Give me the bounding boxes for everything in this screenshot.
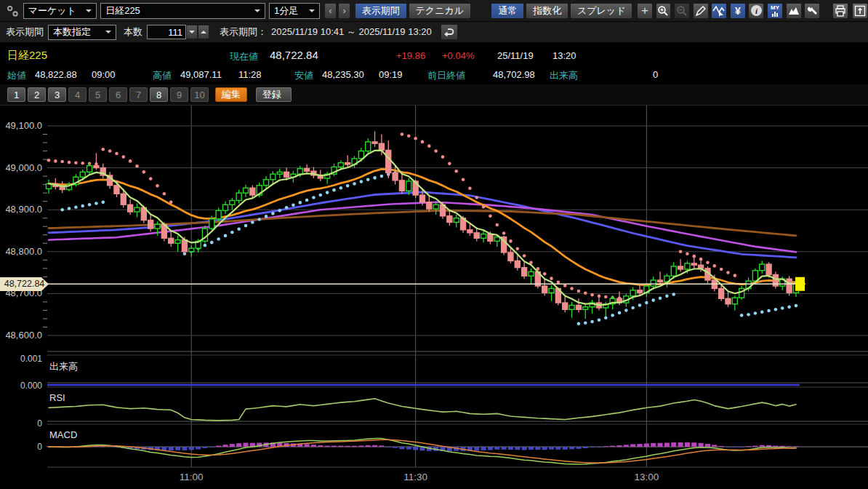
rsi-panel-label: RSI (49, 392, 65, 403)
chevron-down-icon (309, 9, 315, 15)
svg-text:13:00: 13:00 (634, 472, 659, 482)
yen-icon: ¥ (735, 5, 741, 17)
register-button[interactable]: 登録 (256, 87, 292, 102)
edit-label: 編集 (222, 88, 241, 101)
open-label: 始値 (7, 69, 26, 82)
macd-panel-label: MACD (49, 429, 77, 440)
quote-date: 25/11/19 (497, 50, 534, 61)
chart-canvas[interactable]: 49,100.049,000.048,900.048,800.048,700.0… (0, 106, 868, 489)
my-chart-button[interactable]: MY (767, 3, 783, 19)
chevron-down-icon (254, 9, 260, 15)
range-value: 2025/11/19 10:41 ～ 2025/11/19 13:20 (271, 25, 432, 39)
trend-cursor-icon (712, 4, 726, 17)
preset-tab-2[interactable]: 2 (28, 87, 46, 102)
low-value: 48,235.30 (322, 69, 364, 80)
area-chart-button[interactable] (786, 3, 802, 19)
chevron-down-icon (86, 9, 92, 15)
current-price-tag: 48,722.84 (0, 277, 49, 291)
trend-cursor-button[interactable] (711, 3, 727, 19)
high-value: 49,087.11 (180, 69, 222, 80)
spread-mode-button[interactable]: スプレッド (570, 3, 633, 19)
main-toolbar: マーケット 日経225 1分足 ‹ › 表示期間 テクニカル 通常 指数化 スプ… (0, 0, 868, 22)
volume-panel-label: 出来高 (49, 360, 78, 373)
printer-icon (835, 5, 846, 17)
preset-tab-8[interactable]: 8 (150, 87, 168, 102)
market-dropdown[interactable]: マーケット (23, 3, 97, 19)
count-increment-button[interactable] (198, 25, 209, 39)
link-icon[interactable] (6, 4, 19, 18)
zoom-out-icon (676, 5, 688, 17)
popout-button[interactable] (852, 3, 868, 19)
print-button[interactable] (832, 3, 848, 19)
normal-mode-button[interactable]: 通常 (491, 3, 524, 19)
preset-number-tabs: 12345678910 (7, 87, 211, 102)
period-settings-bar: 表示期間 本数指定 本数 表示期間： 2025/11/19 10:41 ～ 20… (0, 22, 868, 42)
zoom-out-button[interactable] (674, 3, 690, 19)
triangle-down-icon (189, 31, 195, 36)
chevron-right-icon: › (342, 5, 345, 16)
scroll-right-button[interactable]: › (338, 3, 350, 19)
market-dropdown-value: マーケット (28, 4, 76, 17)
chart-area: 49,100.049,000.048,900.048,800.048,700.0… (0, 105, 868, 489)
preset-tab-5[interactable]: 5 (89, 87, 107, 102)
count-mode-value: 本数指定 (53, 25, 91, 39)
preset-tab-1[interactable]: 1 (7, 87, 25, 102)
svg-text:48,600.0: 48,600.0 (5, 330, 42, 341)
display-period-button[interactable]: 表示期間 (355, 3, 407, 19)
draw-button[interactable] (693, 3, 709, 19)
settings-button[interactable] (804, 3, 820, 19)
prev-close-value: 48,702.98 (493, 69, 535, 80)
price-change-percent: +0.04% (442, 50, 474, 61)
indexed-label: 指数化 (533, 4, 561, 17)
preset-tab-10[interactable]: 10 (190, 87, 209, 102)
pencil-icon (695, 5, 707, 17)
chevron-left-icon: ‹ (329, 5, 331, 16)
volume-label: 出来高 (550, 69, 578, 82)
preset-tab-4[interactable]: 4 (68, 87, 87, 102)
info-icon: i (751, 5, 762, 16)
edit-button[interactable]: 編集 (215, 87, 247, 102)
area-chart-icon (788, 5, 800, 17)
count-input[interactable] (147, 25, 186, 39)
count-mode-dropdown[interactable]: 本数指定 (48, 25, 116, 40)
range-label: 表示期間： (220, 25, 267, 39)
quote-time: 13:20 (552, 50, 576, 61)
symbol-dropdown[interactable]: 日経225 (100, 3, 265, 19)
reset-period-button[interactable] (441, 24, 458, 40)
chart-preset-tabbar: 12345678910 編集 登録 (0, 84, 868, 105)
preset-tab-7[interactable]: 7 (129, 87, 148, 102)
svg-text:0.001: 0.001 (20, 354, 42, 364)
count-decrement-button[interactable] (186, 25, 198, 39)
info-button[interactable]: i (748, 3, 764, 19)
crosshair-button[interactable]: + (637, 3, 653, 19)
triangle-up-icon (201, 28, 206, 33)
chart-application: マーケット 日経225 1分足 ‹ › 表示期間 テクニカル 通常 指数化 スプ… (0, 0, 868, 489)
technical-label: テクニカル (416, 4, 465, 17)
symbol-title: 日経225 (7, 49, 47, 63)
svg-text:0.000: 0.000 (20, 381, 42, 391)
quote-panel: 日経225 現在値 48,722.84 +19.86 +0.04% 25/11/… (0, 42, 868, 84)
prev-close-label: 前日終値 (427, 69, 465, 82)
low-label: 安値 (294, 69, 313, 82)
count-label: 本数 (124, 25, 142, 39)
crosshair-icon: + (641, 4, 648, 18)
preset-tab-6[interactable]: 6 (109, 87, 127, 102)
price-change: +19.86 (396, 50, 425, 61)
preset-tab-3[interactable]: 3 (48, 87, 66, 102)
indexed-mode-button[interactable]: 指数化 (526, 3, 568, 19)
current-price-label: 現在値 (230, 50, 258, 63)
open-value: 48,822.88 (35, 69, 77, 80)
svg-text:11:30: 11:30 (403, 472, 427, 482)
open-time: 09:00 (92, 69, 116, 80)
svg-text:48,900.0: 48,900.0 (5, 204, 42, 215)
technical-button[interactable]: テクニカル (409, 3, 472, 19)
symbol-dropdown-value: 日経225 (105, 4, 140, 17)
zoom-in-icon (657, 5, 669, 17)
zoom-in-button[interactable] (656, 3, 672, 19)
scroll-left-button[interactable]: ‹ (324, 3, 337, 19)
timeframe-dropdown[interactable]: 1分足 (269, 3, 320, 19)
high-time: 11:28 (238, 69, 262, 80)
yen-display-button[interactable]: ¥ (730, 3, 746, 19)
svg-text:0: 0 (37, 442, 42, 452)
preset-tab-9[interactable]: 9 (170, 87, 188, 102)
